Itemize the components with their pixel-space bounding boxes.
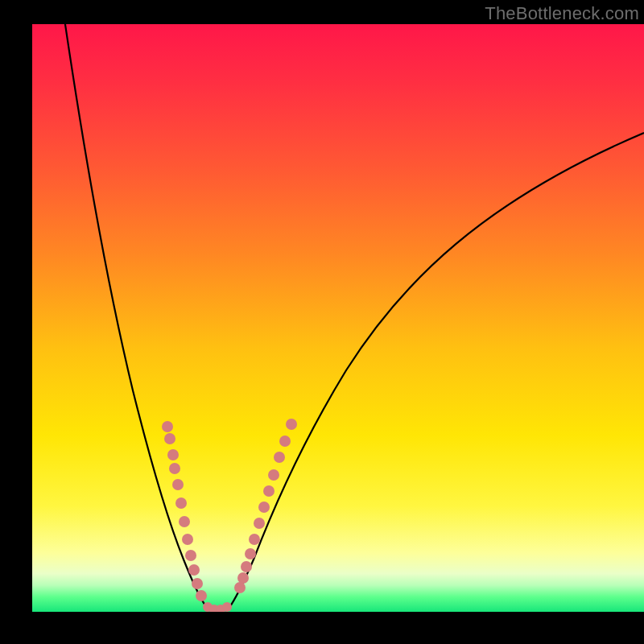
- data-dot: [185, 550, 196, 561]
- data-dot: [172, 479, 184, 490]
- chart-frame: TheBottleneck.com: [32, 0, 644, 612]
- data-dot: [192, 578, 203, 589]
- data-dot: [175, 497, 187, 509]
- data-dot: [179, 516, 190, 527]
- data-dot: [274, 452, 285, 463]
- plot-area: [32, 24, 644, 612]
- data-dot: [237, 572, 249, 584]
- data-dot: [258, 502, 270, 513]
- curve-layer: [32, 24, 644, 612]
- data-dot: [234, 582, 246, 593]
- data-dot: [241, 561, 252, 572]
- data-dot: [164, 433, 175, 444]
- data-dot: [169, 463, 180, 474]
- data-dots: [162, 419, 297, 612]
- bottleneck-curve: [63, 24, 644, 610]
- data-dot: [167, 449, 179, 460]
- data-dot: [162, 421, 173, 432]
- data-dot: [286, 419, 297, 430]
- series-right-curve: [229, 133, 644, 609]
- data-dot: [268, 469, 279, 481]
- data-dot: [263, 485, 275, 497]
- data-dot: [249, 534, 260, 545]
- data-dot: [182, 534, 193, 545]
- attribution-text: TheBottleneck.com: [485, 3, 639, 24]
- data-dot: [245, 548, 256, 559]
- data-dot: [196, 590, 207, 601]
- data-dot: [279, 436, 291, 447]
- data-dot: [222, 602, 232, 612]
- data-dot: [188, 564, 200, 576]
- data-dot: [254, 518, 265, 529]
